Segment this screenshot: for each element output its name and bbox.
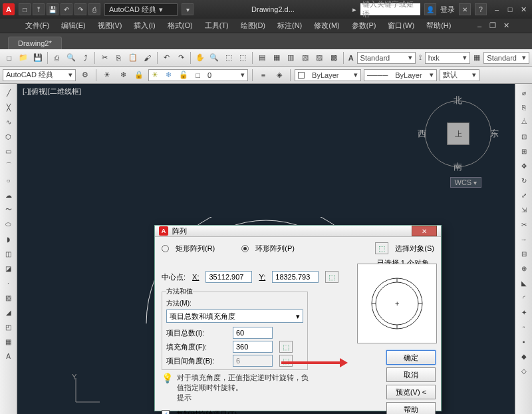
maximize-icon[interactable]: □ — [504, 4, 516, 15]
undo2-icon[interactable]: ↶ — [160, 51, 174, 65]
trim-icon[interactable]: ✂ — [517, 218, 531, 231]
doc-restore-icon[interactable]: ❐ — [487, 21, 499, 31]
markup-icon[interactable]: ▨ — [313, 51, 326, 65]
help-button[interactable]: 帮助 — [386, 402, 436, 414]
copy2-icon[interactable]: ⎘ — [517, 101, 531, 114]
erase-icon[interactable]: ⌀ — [517, 86, 531, 99]
save-doc-icon[interactable]: 💾 — [31, 51, 45, 65]
undo-icon[interactable]: ↶ — [61, 3, 72, 15]
workspace2-dropdown[interactable]: AutoCAD 经典▾ — [3, 69, 76, 81]
props-icon[interactable]: ▤ — [255, 51, 269, 65]
publish-icon[interactable]: ⤴ — [79, 51, 92, 65]
signin-icon[interactable]: 👤 — [424, 3, 436, 15]
preview-button[interactable]: 预览(V) < — [386, 385, 436, 399]
pline-icon[interactable]: ∿ — [2, 115, 15, 128]
paste-icon[interactable]: 📋 — [127, 51, 140, 65]
scale-icon[interactable]: ⤢ — [517, 188, 531, 202]
menu-draw[interactable]: 绘图(D) — [235, 19, 271, 32]
workspace-dropdown[interactable]: AutoCAD 经典▾ — [104, 3, 178, 16]
linetype-dropdown[interactable]: ──── ByLayer▾ — [364, 69, 437, 81]
chamfer-icon[interactable]: ◣ — [517, 276, 531, 290]
open-doc-icon[interactable]: 📁 — [17, 51, 31, 65]
ok-button[interactable]: 确定 — [386, 350, 436, 365]
layerstate-icon[interactable]: ≡ — [257, 69, 270, 82]
tablestyle-dropdown[interactable]: Standard▾ — [483, 52, 529, 64]
search-input[interactable]: 键入关键字或短语 — [360, 3, 420, 15]
menu-modify[interactable]: 修改(M) — [309, 19, 345, 32]
ellipse-icon[interactable]: ⬭ — [2, 218, 15, 231]
ssm-icon[interactable]: ▧ — [299, 51, 312, 65]
save-icon[interactable]: 💾 — [47, 3, 59, 15]
explode-icon[interactable]: ✦ — [517, 306, 531, 319]
viewcube-top[interactable]: 上 — [447, 122, 469, 145]
join-icon[interactable]: ⊕ — [517, 262, 531, 275]
login-label[interactable]: 登录 — [440, 5, 455, 15]
break-icon[interactable]: ⊟ — [517, 247, 531, 260]
dialog-close-icon[interactable]: ✕ — [412, 226, 437, 236]
fillet-icon[interactable]: ◜ — [517, 291, 531, 304]
gradient-icon[interactable]: ◢ — [2, 306, 15, 319]
xline-icon[interactable]: ╳ — [2, 101, 15, 114]
document-tab[interactable]: Drawing2* — [8, 37, 62, 49]
redo-icon[interactable]: ↷ — [74, 3, 86, 15]
total-field[interactable]: 60 — [233, 327, 273, 339]
zoomprev-icon[interactable]: ⬚ — [237, 51, 250, 65]
view-label[interactable]: [-][俯视][二维线框] — [23, 87, 81, 97]
layer-dropdown[interactable]: ☀ ❄ 🔓 □ 0▾ — [148, 69, 248, 81]
select-objects-button[interactable]: ⬚ — [375, 242, 388, 254]
preview-icon[interactable]: 🔍 — [65, 51, 78, 65]
layer-icon[interactable]: ☀ — [100, 69, 114, 82]
tool20-icon[interactable]: ◇ — [517, 364, 531, 377]
hatch-icon[interactable]: ▨ — [2, 291, 15, 304]
layeriso-icon[interactable]: ◈ — [273, 69, 286, 82]
menu-format[interactable]: 格式(O) — [162, 19, 198, 32]
move-icon[interactable]: ✥ — [517, 159, 531, 172]
cut-icon[interactable]: ✂ — [98, 51, 111, 65]
mirror-icon[interactable]: ⧊ — [517, 115, 531, 128]
textstyle-dropdown[interactable]: Standard▾ — [357, 52, 416, 64]
app-logo[interactable]: A — [3, 3, 15, 15]
center-x-field[interactable]: 35112.907 — [205, 271, 252, 283]
rect-icon[interactable]: ▭ — [2, 144, 15, 158]
lineweight-dropdown[interactable]: 默认▾ — [440, 69, 479, 81]
array-icon[interactable]: ⊞ — [517, 144, 531, 158]
offset-icon[interactable]: ⊡ — [517, 130, 531, 143]
new-icon[interactable]: □ — [19, 3, 31, 15]
fill-field[interactable]: 360 — [233, 341, 273, 353]
point-icon[interactable]: · — [2, 276, 15, 290]
method-dropdown[interactable]: 项目总数和填充角度▾ — [166, 310, 303, 323]
rect-array-radio[interactable] — [162, 245, 169, 252]
menu-file[interactable]: 文件(F) — [20, 19, 55, 32]
layer3-icon[interactable]: 🔒 — [132, 69, 146, 82]
tool18-icon[interactable]: ▪ — [517, 335, 531, 348]
doc-minimize-icon[interactable]: – — [473, 21, 485, 31]
open-icon[interactable]: ⤒ — [33, 3, 45, 15]
menu-param[interactable]: 参数(P) — [346, 19, 382, 32]
tablestyle-icon[interactable]: ▦ — [473, 53, 480, 62]
tool19-icon[interactable]: ◆ — [517, 349, 531, 363]
revcloud-icon[interactable]: ☁ — [2, 188, 15, 202]
tp-icon[interactable]: ▥ — [284, 51, 297, 65]
wcs-badge[interactable]: WCS ▾ — [450, 177, 481, 188]
polygon-icon[interactable]: ⬡ — [2, 130, 15, 143]
minimize-icon[interactable]: – — [491, 4, 503, 15]
matchprop-icon[interactable]: 🖌 — [141, 51, 154, 65]
compass-north[interactable]: 北 — [454, 95, 462, 106]
line-icon[interactable]: ╱ — [2, 86, 15, 99]
dialog-titlebar[interactable]: A 阵列 ✕ — [155, 226, 441, 237]
arc-icon[interactable]: ⌒ — [2, 159, 15, 172]
redo2-icon[interactable]: ↷ — [174, 51, 188, 65]
dc-icon[interactable]: ▦ — [270, 51, 283, 65]
zoomwin-icon[interactable]: ⬚ — [222, 51, 235, 65]
menu-view[interactable]: 视图(V) — [92, 19, 128, 32]
close-icon[interactable]: ✕ — [517, 4, 529, 15]
cancel-button[interactable]: 取消 — [386, 367, 436, 382]
insert-icon[interactable]: ◫ — [2, 247, 15, 260]
dimstyle-icon[interactable]: ⟟ — [419, 53, 422, 62]
pick-fill-button[interactable]: ⬚ — [279, 341, 293, 353]
pick-center-button[interactable]: ⬚ — [325, 271, 338, 283]
menu-edit[interactable]: 编辑(E) — [56, 19, 91, 32]
table-icon[interactable]: ▦ — [2, 335, 15, 348]
block-icon[interactable]: ◪ — [2, 262, 15, 275]
layer2-icon[interactable]: ❄ — [116, 69, 130, 82]
